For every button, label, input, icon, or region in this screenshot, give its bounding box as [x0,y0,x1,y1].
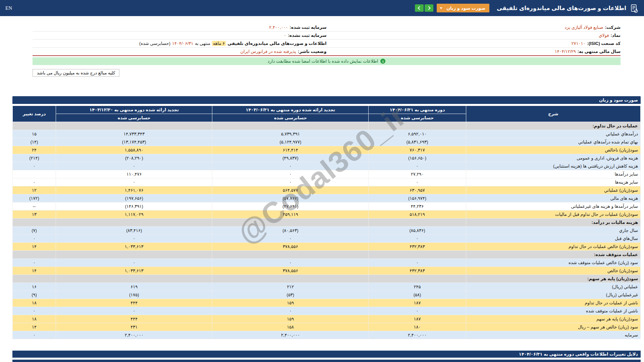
value-restated-prior-period: ۱۵۹ [212,315,369,323]
isic-label: کد صنعت (ISIC): [587,41,621,46]
info-row: کد صنعت (ISIC): ۲۷۱۰۱۰ اطلاعات و صورت‌ها… [33,40,621,48]
value-current-period: ۵۱۸,۲۱۹ [369,210,466,219]
report-label: اطلاعات و صورت‌های مالی میاندوره‌ای تلفی… [227,41,326,46]
value-current-period: ۲۴۵ [369,283,466,291]
value-current-period: ۲,۴۰۰,۰۰۰ [369,331,466,339]
row-label: سود(زيان) پايه هر سهم: [466,275,640,283]
table-row: سرمايه۲,۴۰۰,۰۰۰۲,۴۰۰,۰۰۰۲,۴۰۰,۰۰۰۰ [13,331,641,339]
value-current-period: ۴۳۲,۳۸۳ [369,243,466,251]
value-restated-prior-year: (۱۳,۱۷۴,۴۵۳) [56,138,212,146]
value-change-percent: (۷) [13,227,56,235]
section-row: عمليات متوقف شده: [13,251,641,259]
section-row: عملیات در حال تداوم: [13,122,641,130]
value-change-percent: (۱۷۲) [13,194,56,202]
value-restated-prior-period: ۱۵۸ [212,323,369,331]
value-change-percent: ۰ [13,307,56,315]
value-current-period [369,275,466,283]
column-header-restated-prior-year: تجدید ارائه شده دوره منتهی به ۱۴۰۳/۱۲/۳۰ [56,106,212,114]
value-change-percent: ۱۳ [13,210,56,219]
row-label: عملیات در حال تداوم: [466,122,640,130]
row-label: سود(زيان) خالص عمليات در حال تداوم [466,243,640,251]
table-row: سود(زيان) پايه هر سهم۱۸۷۱۵۹۴۴۴۱۸ [13,315,641,323]
column-header-description: شرح [466,106,640,122]
company-cell: شرکت: صنایع فولاد آلیاژی یزد [327,25,621,30]
value-restated-prior-period: ۶۱۴,۴۱۴ [212,146,369,154]
value-current-period: ۰ [369,259,466,267]
value-restated-prior-period: ۰ [212,162,369,170]
column-header-current-period: دوره منتهی به ۱۴۰۴/۰۶/۳۱ [369,106,466,114]
value-restated-prior-period [212,251,369,259]
value-change-percent: ۱۵ [13,130,56,138]
value-restated-prior-period: (۵۳) [212,291,369,299]
value-restated-prior-period: ۱۵۹ [212,299,369,307]
row-label: سود(زيان) عمليات در حال تداوم قبل از مال… [466,210,640,219]
topbar: اطلاعات و صورت‌های مالی میاندوره‌ای تلفی… [0,0,644,16]
registered-capital-value: ۲,۴۰۰,۰۰۰ [269,25,288,30]
row-label: ناشي از عمليات متوقف شده [466,307,640,315]
row-label: ساير هزينه‌ها [466,178,640,186]
value-restated-prior-period [212,219,369,227]
row-label: عمليات متوقف شده: [466,251,640,259]
value-current-period: ۱۸۷ [369,299,466,307]
value-current-period [369,219,466,227]
table-row: ساير درآمدها۲۷,۲۹۰۰۱۱۰,۴۷۶ [13,170,641,178]
table-row: ساير درآمدها و هزينه های غيرعملياتی۴۴,۲۳… [13,202,641,210]
value-restated-prior-period: (۸۰,۵۶۳) [212,227,369,235]
next-statement-button[interactable] [425,4,433,12]
prev-statement-button[interactable] [415,4,424,12]
company-value[interactable]: صنایع فولاد آلیاژی یزد [565,25,603,30]
value-change-percent: ۰ [13,235,56,243]
table-row: هزينه هاى فروش، ادارى و عمومى(۱۵۶,۶۵۰)(۴… [13,154,641,162]
language-toggle[interactable]: EN [5,5,12,11]
column-subheader-audited: حسابرسی شده [369,114,466,122]
value-current-period: ۰ [369,178,466,186]
value-restated-prior-year: ۴۴۴ [56,315,212,323]
value-restated-prior-year: (۸۳,۴۱۶) [56,227,212,235]
value-current-period: ۰ [369,307,466,315]
value-restated-prior-period [212,275,369,283]
value-restated-prior-year: ۲,۴۰۰,۰۰۰ [56,331,212,339]
column-subheader-audited: حسابرسی شده [212,114,369,122]
value-restated-prior-period: (۴۹,۸۳۷) [212,154,369,162]
row-label: ناشي از عمليات در حال تداوم [466,299,640,307]
fiscal-year-value: ۱۴۰۴/۱۲/۲۹ [555,49,576,54]
report-audited-suffix: (حسابرسی شده) [139,41,170,46]
table-row: ناشي از عمليات در حال تداوم۱۸۷۱۵۹۴۴۴۱۸ [13,299,641,307]
value-current-period: ۴۴,۲۳۶ [369,202,466,210]
value-current-period: ۱۸۰ [369,323,466,331]
row-label: عملياتي (ريال) [466,283,640,291]
symbol-value[interactable]: فولاي [599,33,609,38]
value-change-percent [13,122,56,130]
table-row: سود(زيان) عملياتي۶۳۰,۹۵۷۵۶۴,۵۷۷۱,۴۶۱,۰۷۶… [13,186,641,194]
value-change-percent: ۰ [13,259,56,267]
row-label: بهاي تمام شده درآمدهاي عملياتي [466,138,640,146]
income-statement-table: شرح دوره منتهی به ۱۴۰۴/۰۶/۳۱ تجدید ارائه… [12,106,641,339]
chevron-left-icon [418,6,421,10]
report-icon [630,4,639,13]
value-change-percent [13,170,56,178]
column-header-change-percent: درصد تغییر [13,106,56,122]
value-restated-prior-period: ۲,۴۰۰,۰۰۰ [212,331,369,339]
fiscal-year-cell: سال مالی منتهی به: ۱۴۰۴/۱۲/۲۹ [327,49,621,54]
value-restated-prior-year: ۰ [56,235,212,243]
row-label: ساير درآمدها و هزينه های غيرعملياتی [466,202,640,210]
units-note: کلیه مبالغ درج شده به میلیون ریال می باش… [33,69,119,77]
statement-type-dropdown[interactable]: صورت سود و زیان [437,4,489,12]
section-row: سود(زيان) پايه هر سهم: [13,275,641,283]
value-restated-prior-year [56,275,212,283]
table-row: هزينه کاهش ارزش دريافتني ها (هزينه استثن… [13,162,641,170]
next-section-partial [12,360,641,362]
value-change-percent: ۱۶ [13,283,56,291]
info-row: شرکت: صنایع فولاد آلیاژی یزد سرمایه ثبت … [33,23,621,32]
value-current-period: ۷۶۰,۳۱۷ [369,146,466,154]
value-change-percent: ۰ [13,178,56,186]
income-statement-section: صورت سود و زیان شرح دوره منتهی به ۱۴۰۴/۰… [12,96,641,339]
row-label: سود(زيان) پايه هر سهم [466,315,640,323]
value-change-percent: (۱۴) [13,138,56,146]
value-change-percent: ۱۴ [13,267,56,275]
value-change-percent [13,275,56,283]
statement-title-bar: صورت سود و زیان [12,96,641,104]
table-row: ساير هزينه‌ها۰۰۰۰ [13,178,641,186]
value-restated-prior-period: ۳۷۸,۵۵۶ [212,267,369,275]
value-change-percent: (۹) [13,291,56,299]
